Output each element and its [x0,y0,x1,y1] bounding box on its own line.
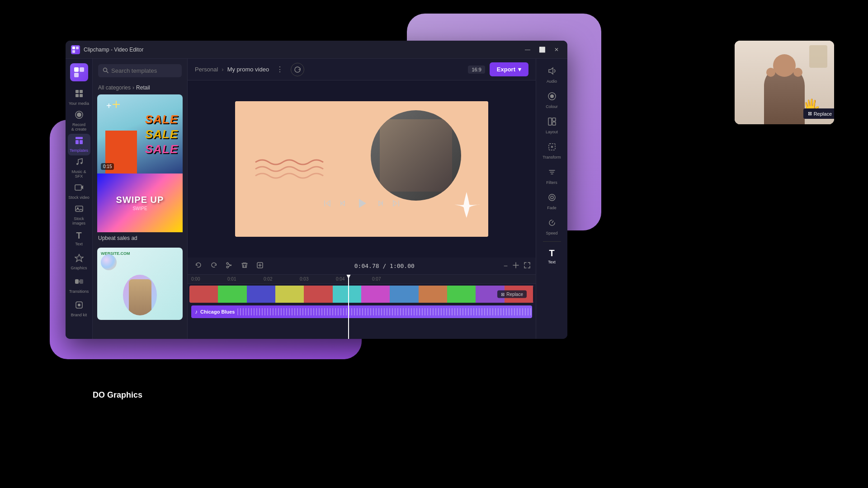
svg-rect-13 [75,140,79,144]
replace-icon: ⊠ [808,111,812,117]
music-icon [75,157,84,169]
rp-transform-label: Transform [542,155,561,160]
sidebar-item-brand[interactable]: Brand kit [68,298,90,320]
breadcrumb: All categories › Retail [93,83,187,94]
sidebar-item-record[interactable]: Record& create [68,110,90,132]
time-ruler: 0:00 0:01 0:02 0:03 0:04 0:07 [188,275,536,284]
timeline-toolbar: 0:04.78 / 1:00.00 − [188,258,536,275]
sync-button[interactable] [291,63,304,76]
minimize-button[interactable]: — [522,44,533,55]
rp-colour[interactable]: Colour [539,89,565,112]
undo-button[interactable] [193,260,204,272]
swipe-sub: SWIPE [116,206,164,211]
rp-text-label: Text [548,260,556,264]
add-media-button[interactable] [255,260,265,272]
app-logo [70,63,88,81]
skip-end-button[interactable] [392,199,401,210]
svg-point-29 [226,266,228,268]
breadcrumb-root[interactable]: All categories [98,84,131,91]
svg-marker-20 [75,254,83,262]
svg-point-37 [549,194,555,201]
sale-line-3: SALE [145,142,178,156]
templates-panel: All categories › Retail + [93,59,188,339]
sidebar-item-stock-video[interactable]: Stock video [68,181,90,202]
rp-fade[interactable]: Fade [539,190,565,213]
rp-transform[interactable]: Transform [539,139,565,163]
sidebar-item-templates[interactable]: Templates [68,134,90,155]
rp-speed[interactable]: Speed [539,215,565,239]
sidebar-item-media[interactable]: Your media [68,87,90,108]
zoom-in-button[interactable] [512,262,519,271]
video-preview [235,101,488,237]
preview-photo-circle [371,110,461,201]
rp-audio[interactable]: Audio [539,63,565,87]
play-button[interactable] [354,196,370,212]
main-header: Personal › My promo video ⋮ 16:9 Export [188,59,536,80]
website-card-preview: WEBSITE.COM [97,248,183,320]
sidebar-item-transitions[interactable]: Transitions [68,275,90,296]
cut-button[interactable] [224,260,235,272]
preview-person [764,66,805,124]
rp-text[interactable]: T Text [539,244,565,268]
time-5: 0:07 [372,277,408,282]
maximize-button[interactable]: ⬜ [537,44,547,55]
rewind-button[interactable] [338,199,347,210]
swipe-text: SWIPE UP SWIPE [116,195,164,211]
timeline-time: 0:04.78 / 1:00.00 [270,263,499,269]
sale-line-1: SALE [145,112,178,126]
template-card-website[interactable]: WEBSITE.COM [97,248,183,320]
transitions-icon [75,277,84,288]
rp-audio-label: Audio [547,79,557,84]
audio-track-row: ♪ Chicago Blues [188,305,536,318]
search-icon [103,67,108,75]
duration-badge: 0:15 [101,163,114,170]
window-title: Clipchamp - Video Editor [84,47,522,53]
track-replace-button[interactable]: ⊠ Replace [497,291,527,298]
colour-icon [547,92,557,103]
sidebar-item-stock-images[interactable]: Stock images [68,204,90,226]
svg-point-24 [78,304,80,306]
music-note-icon: ♪ [195,309,198,315]
search-bar [98,64,182,77]
rp-filters[interactable]: Filters [539,164,565,188]
breadcrumb-parent[interactable]: Personal [195,66,218,73]
template-card-sale[interactable]: + SALE SALE SALE [97,94,183,244]
template-name-sale: Upbeat sales ad [97,232,183,244]
skip-start-button[interactable] [323,199,332,210]
export-button[interactable]: Export ▾ [490,62,528,76]
sale-line-2: SALE [145,127,178,141]
website-avatar [123,275,157,315]
rp-speed-label: Speed [546,231,557,235]
stock-video-label: Stock video [68,196,90,200]
rp-colour-label: Colour [546,104,558,109]
search-input[interactable] [111,67,187,74]
time-1: 0:01 [227,277,264,282]
replace-badge[interactable]: ⊠ Replace [803,108,834,119]
stock-video-icon [75,183,84,194]
delete-button[interactable] [239,260,250,272]
svg-rect-35 [552,122,556,125]
sidebar-item-text[interactable]: T Text [68,228,90,249]
stock-images-icon [75,204,84,216]
aspect-ratio-badge: 16:9 [468,66,485,74]
music-label: Music & SFX [68,170,90,179]
app-icon [71,45,80,54]
sidebar-item-graphics[interactable]: Graphics [68,251,90,273]
preview-area [188,80,536,258]
sidebar: Your media Record& create [66,59,93,339]
audio-track-label: Chicago Blues [200,309,235,314]
text-label: Text [75,242,83,247]
rp-fade-label: Fade [547,206,557,210]
svg-point-38 [551,196,553,199]
redo-button[interactable] [208,260,219,272]
sidebar-item-music[interactable]: Music & SFX [68,157,90,179]
transitions-label: Transitions [69,290,89,294]
project-menu-button[interactable]: ⋮ [276,65,283,74]
forward-button[interactable] [376,199,385,210]
fullscreen-button[interactable] [524,262,530,270]
project-name[interactable]: My promo video [227,66,269,73]
rp-layout[interactable]: Layout [539,114,565,137]
zoom-out-button[interactable]: − [504,262,508,270]
playhead[interactable] [348,275,349,339]
close-button[interactable]: ✕ [551,44,562,55]
